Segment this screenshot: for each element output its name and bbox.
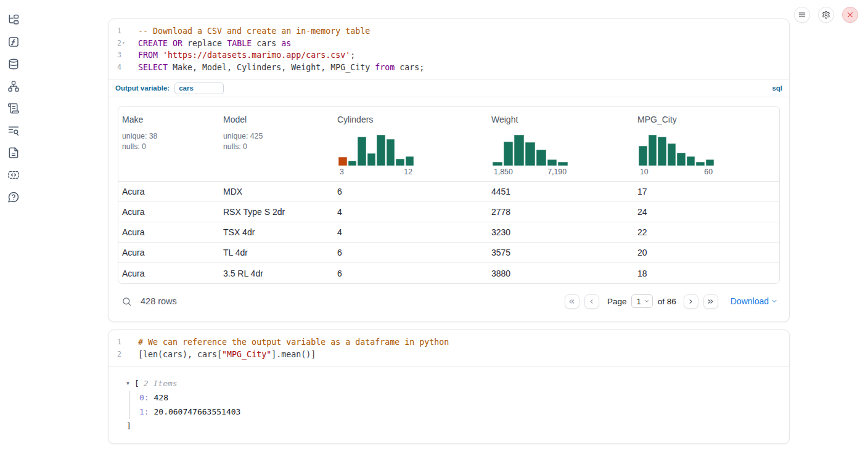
sidebar-search-list-button[interactable] xyxy=(7,124,20,137)
sidebar-dependencies-button[interactable] xyxy=(7,79,20,93)
histogram-bar xyxy=(348,161,357,166)
functions-icon xyxy=(7,36,20,48)
page-select[interactable]: 1 xyxy=(631,294,652,308)
histogram-bar xyxy=(696,162,705,166)
code-text: # We can reference the output variable a… xyxy=(129,336,449,349)
python-editor[interactable]: 1# We can reference the output variable … xyxy=(108,330,789,366)
next-page-button[interactable] xyxy=(684,294,698,309)
table-row[interactable]: AcuraRSX Type S 2dr4277824 xyxy=(118,202,779,222)
page-select-value: 1 xyxy=(636,297,641,306)
hist-min-label: 3 xyxy=(340,168,344,176)
table-cell: TL 4dr xyxy=(219,243,334,262)
table-row[interactable]: AcuraTL 4dr6357520 xyxy=(118,243,779,263)
sidebar-file-tree-button[interactable] xyxy=(7,13,20,26)
sql-editor[interactable]: 1-- Download a CSV and create an in-memo… xyxy=(108,19,789,79)
histogram-bar xyxy=(396,159,404,166)
logs-icon xyxy=(7,102,20,115)
table-cell: 4 xyxy=(334,222,488,242)
output-variable-input[interactable] xyxy=(174,83,224,94)
table-cell: Acura xyxy=(118,263,219,283)
table-cell: 17 xyxy=(634,182,779,201)
histogram-bar xyxy=(525,142,535,166)
histogram-bar xyxy=(639,146,647,166)
table-cell: 6 xyxy=(334,182,488,201)
last-page-button[interactable] xyxy=(703,294,718,309)
unique-stat: unique: 38 xyxy=(122,131,216,142)
search-list-icon xyxy=(7,124,20,137)
language-badge[interactable]: sql xyxy=(772,84,782,92)
search-button[interactable] xyxy=(120,294,133,308)
list-items: 0: 4281: 20.060747663551403 xyxy=(129,391,780,419)
chevron-down-icon xyxy=(771,297,778,305)
output-variable-row: Output variable: sql xyxy=(108,79,789,97)
collapse-icon[interactable]: ▼ xyxy=(126,377,134,390)
row-count: 428 rows xyxy=(141,296,177,306)
code-text: [len(cars), cars["MPG_City"].mean()] xyxy=(129,349,316,361)
histogram-bar xyxy=(504,142,514,166)
column-header-cylinders[interactable]: Cylinders 3 12 xyxy=(334,107,488,181)
python-cell: 1# We can reference the output variable … xyxy=(108,330,790,444)
fold-chevron-icon[interactable]: ▾ xyxy=(122,41,128,46)
histogram-bars xyxy=(493,135,568,166)
histogram-bar xyxy=(338,157,347,166)
dependencies-icon xyxy=(7,80,20,92)
table-cell: 6 xyxy=(334,243,488,262)
sidebar-logs-button[interactable] xyxy=(7,102,20,115)
table-cell: 24 xyxy=(634,202,779,222)
nulls-stat: nulls: 0 xyxy=(223,142,330,152)
table-cell: 18 xyxy=(634,263,779,283)
code-line: 1-- Download a CSV and create an in-memo… xyxy=(108,25,789,38)
shutdown-button[interactable] xyxy=(842,7,858,23)
table-row[interactable]: AcuraTSX 4dr4323022 xyxy=(118,222,779,243)
output-list-item: 0: 428 xyxy=(139,391,780,405)
documentation-icon xyxy=(7,147,20,159)
chevrons-right-icon xyxy=(706,297,714,305)
hist-max-label: 12 xyxy=(404,168,412,176)
first-page-button[interactable] xyxy=(565,294,579,309)
settings-button[interactable] xyxy=(818,7,834,23)
column-header-make[interactable]: Make unique: 38 nulls: 0 xyxy=(118,107,219,181)
weight-histogram: 1,850 7,190 xyxy=(493,135,568,176)
search-icon xyxy=(121,296,132,307)
download-menu[interactable]: Download xyxy=(731,296,778,306)
output-list-item: 1: 20.060747663551403 xyxy=(139,405,780,419)
previous-page-button[interactable] xyxy=(584,294,599,309)
table-cell: TSX 4dr xyxy=(219,222,334,242)
page-total: of 86 xyxy=(658,297,676,306)
histogram-bar xyxy=(547,160,557,166)
sidebar-help-button[interactable] xyxy=(7,190,20,204)
items-count-label: 2 Items xyxy=(144,377,178,390)
file-tree-icon xyxy=(7,14,20,26)
table-cell: 22 xyxy=(634,222,779,242)
item-value: 20.060747663551403 xyxy=(149,407,241,416)
column-header-weight[interactable]: Weight 1,850 7,190 xyxy=(488,107,634,181)
histogram-bar xyxy=(377,135,385,166)
sidebar-functions-button[interactable] xyxy=(7,35,20,49)
menu-button[interactable] xyxy=(794,7,810,23)
table-cell: RSX Type S 2dr xyxy=(219,202,334,222)
cylinders-histogram: 3 12 xyxy=(338,135,414,176)
code-line: 4SELECT Make, Model, Cylinders, Weight, … xyxy=(108,62,789,74)
table-row[interactable]: AcuraMDX6445117 xyxy=(118,182,779,202)
hist-min-label: 1,850 xyxy=(494,168,513,176)
code-line: 3FROM 'https://datasets.marimo.app/cars.… xyxy=(108,49,789,62)
sidebar-documentation-button[interactable] xyxy=(7,146,20,160)
table-body: AcuraMDX6445117AcuraRSX Type S 2dr427782… xyxy=(118,182,779,283)
sidebar-snippets-button[interactable] xyxy=(7,168,20,182)
nulls-stat: nulls: 0 xyxy=(122,142,216,152)
column-header-model[interactable]: Model unique: 425 nulls: 0 xyxy=(219,107,334,181)
code-line: 2[len(cars), cars["MPG_City"].mean()] xyxy=(108,349,789,361)
output-variable-label: Output variable: xyxy=(115,84,170,92)
chevron-down-icon xyxy=(644,298,650,304)
table-cell: Acura xyxy=(118,243,219,262)
sidebar-datasources-button[interactable] xyxy=(7,57,20,71)
python-output-region: ▼ [ 2 Items 0: 4281: 20.060747663551403 … xyxy=(108,366,789,443)
mpg-city-histogram: 10 60 xyxy=(639,135,714,176)
table-cell: Acura xyxy=(118,202,219,222)
table-cell: 3230 xyxy=(488,222,634,242)
histogram-bar xyxy=(367,153,376,166)
histogram-bar xyxy=(658,137,666,166)
table-cell: MDX xyxy=(219,182,334,201)
table-row[interactable]: Acura3.5 RL 4dr6388018 xyxy=(118,263,779,283)
column-header-mpg-city[interactable]: MPG_City 10 60 xyxy=(634,107,779,181)
